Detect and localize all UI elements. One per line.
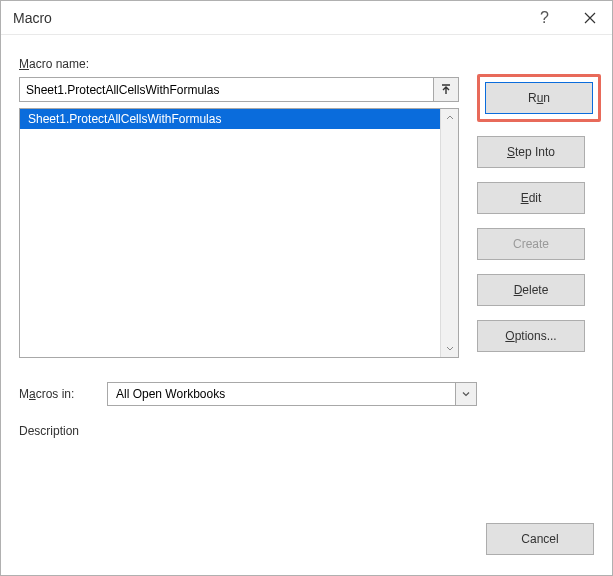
macro-dialog: Macro ? Macro name: Sheet1.ProtectAllCel… — [0, 0, 613, 576]
macros-in-value: All Open Workbooks — [107, 382, 455, 406]
dialog-content: Macro name: Sheet1.ProtectAllCellsWithFo… — [1, 35, 612, 575]
help-button[interactable]: ? — [522, 2, 567, 34]
close-icon — [584, 12, 596, 24]
jump-to-button[interactable] — [433, 77, 459, 102]
scroll-down-icon[interactable] — [441, 339, 458, 357]
options-button[interactable]: Options... — [477, 320, 585, 352]
macros-in-select[interactable]: All Open Workbooks — [107, 382, 477, 406]
close-button[interactable] — [567, 2, 612, 34]
description-label: Description — [19, 424, 596, 438]
cancel-button[interactable]: Cancel — [486, 523, 594, 555]
window-title: Macro — [13, 10, 522, 26]
create-button: Create — [477, 228, 585, 260]
dropdown-button[interactable] — [455, 382, 477, 406]
macro-name-label: Macro name: — [19, 57, 596, 71]
list-scrollbar[interactable] — [440, 109, 458, 357]
delete-button[interactable]: Delete — [477, 274, 585, 306]
macro-name-input[interactable] — [19, 77, 433, 102]
macros-in-label: Macros in: — [19, 387, 99, 401]
titlebar: Macro ? — [1, 1, 612, 35]
scroll-up-icon[interactable] — [441, 109, 458, 127]
jump-to-icon — [440, 84, 452, 96]
list-item[interactable]: Sheet1.ProtectAllCellsWithFormulas — [20, 109, 440, 129]
step-into-button[interactable]: Step Into — [477, 136, 585, 168]
run-highlight: Run — [477, 74, 601, 122]
edit-button[interactable]: Edit — [477, 182, 585, 214]
run-button[interactable]: Run — [485, 82, 593, 114]
chevron-down-icon — [461, 389, 471, 399]
macro-list[interactable]: Sheet1.ProtectAllCellsWithFormulas — [19, 108, 459, 358]
